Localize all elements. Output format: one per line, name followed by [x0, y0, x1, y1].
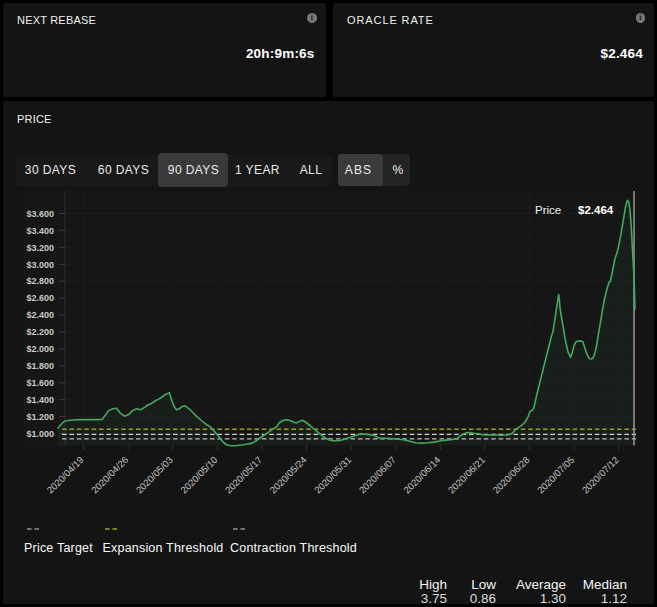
svg-text:$3.400: $3.400 [26, 226, 54, 236]
svg-text:2020/04/19: 2020/04/19 [44, 454, 85, 495]
svg-text:2020/05/24: 2020/05/24 [267, 454, 308, 495]
svg-text:$1.400: $1.400 [26, 395, 54, 405]
svg-text:$2.464: $2.464 [578, 204, 614, 216]
svg-text:$3.600: $3.600 [26, 209, 54, 219]
svg-text:2020/05/03: 2020/05/03 [134, 454, 175, 495]
svg-text:$2.200: $2.200 [26, 327, 54, 337]
svg-text:$1.200: $1.200 [26, 412, 54, 422]
svg-text:2020/07/05: 2020/07/05 [535, 454, 576, 495]
svg-text:2020/07/12: 2020/07/12 [580, 454, 621, 495]
svg-text:2020/05/17: 2020/05/17 [223, 454, 264, 495]
svg-text:Price: Price [535, 204, 561, 216]
svg-text:$2.600: $2.600 [26, 293, 54, 303]
svg-text:$3.000: $3.000 [26, 260, 54, 270]
svg-text:2020/06/07: 2020/06/07 [357, 454, 398, 495]
svg-text:2020/05/10: 2020/05/10 [178, 454, 219, 495]
svg-text:$3.200: $3.200 [26, 243, 54, 253]
svg-text:$2.000: $2.000 [26, 344, 54, 354]
svg-text:2020/06/21: 2020/06/21 [446, 454, 487, 495]
svg-text:2020/06/28: 2020/06/28 [490, 454, 531, 495]
svg-text:$1.600: $1.600 [26, 378, 54, 388]
svg-text:2020/04/26: 2020/04/26 [89, 454, 130, 495]
svg-text:$1.000: $1.000 [26, 429, 54, 439]
svg-text:2020/06/14: 2020/06/14 [401, 454, 442, 495]
svg-text:$2.800: $2.800 [26, 276, 54, 286]
svg-text:$1.800: $1.800 [26, 361, 54, 371]
svg-text:2020/05/31: 2020/05/31 [312, 454, 353, 495]
svg-text:$2.400: $2.400 [26, 310, 54, 320]
